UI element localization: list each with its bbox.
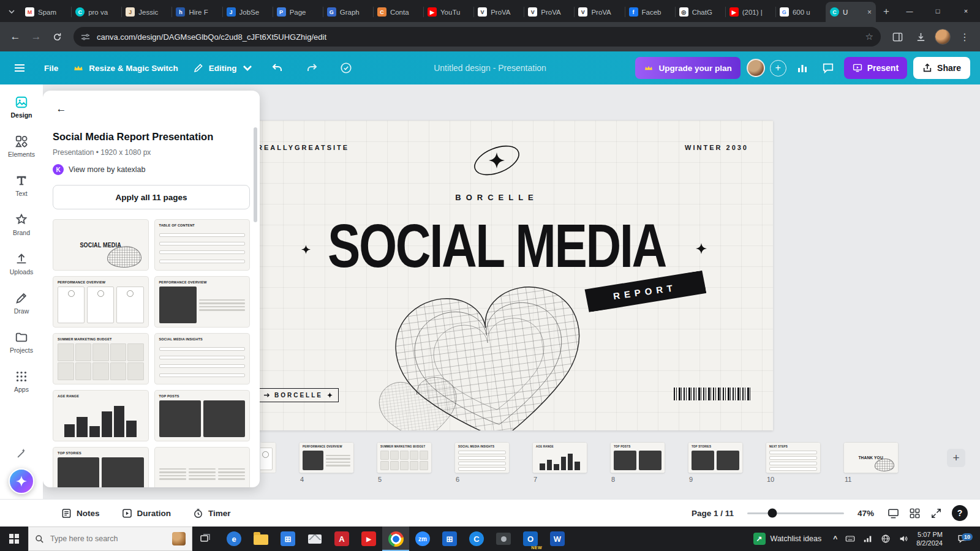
zoom-slider[interactable] xyxy=(747,512,844,514)
template-thumbnail[interactable]: TOP STORIES xyxy=(53,447,149,487)
file-explorer-app[interactable] xyxy=(247,527,274,551)
sidebar-item-projects[interactable]: Projects xyxy=(2,323,41,361)
acrobat-app[interactable]: A xyxy=(328,527,355,551)
side-panel-icon[interactable] xyxy=(888,28,907,46)
browser-tab[interactable]: ▶YouTu xyxy=(423,2,473,22)
help-button[interactable]: ? xyxy=(952,505,968,521)
browser-tab[interactable]: ◎ChatG xyxy=(675,2,725,22)
editing-mode-selector[interactable]: Editing xyxy=(193,62,253,73)
comments-button[interactable] xyxy=(818,58,838,78)
browser-tab[interactable]: GGraph xyxy=(323,2,373,22)
template-thumbnail[interactable]: SOCIAL MEDIA INSIGHTS xyxy=(154,333,251,384)
word-app[interactable]: W xyxy=(544,527,571,551)
calendar-app[interactable]: ⊞ xyxy=(436,527,463,551)
page-thumbnail[interactable]: PERFORMANCE OVERVIEW4 xyxy=(299,442,354,483)
volume-icon[interactable] xyxy=(899,534,908,544)
panel-back-button[interactable]: ← xyxy=(53,100,70,118)
grid-view-icon[interactable] xyxy=(909,508,921,519)
account-avatar[interactable] xyxy=(747,59,765,77)
panel-scrollbar[interactable] xyxy=(254,127,257,480)
page-thumbnail[interactable]: NEXT STEPS10 xyxy=(766,442,821,483)
page-thumbnail[interactable] xyxy=(260,442,276,473)
notes-button[interactable]: Notes xyxy=(61,508,100,519)
hidden-icons-chevron[interactable]: ^ xyxy=(833,534,837,543)
downloads-icon[interactable] xyxy=(911,28,930,46)
redo-button[interactable] xyxy=(302,58,322,78)
browser-menu-icon[interactable]: ⋮ xyxy=(956,28,974,46)
duration-button[interactable]: Duration xyxy=(122,508,172,519)
language-globe-icon[interactable] xyxy=(881,534,891,544)
news-widget[interactable]: ↗ Watchlist ideas xyxy=(750,533,826,545)
minimize-button[interactable]: — xyxy=(895,0,924,22)
store-app[interactable]: ⊞ xyxy=(274,527,301,551)
sidebar-item-elements[interactable]: Elements xyxy=(2,127,41,165)
can-assistant-button[interactable] xyxy=(9,468,34,494)
file-menu[interactable]: File xyxy=(44,64,58,73)
hamburger-menu-icon[interactable] xyxy=(10,58,29,78)
search-input[interactable] xyxy=(49,534,167,544)
page-thumbnail[interactable]: AGE RANGE7 xyxy=(532,442,587,483)
outlook-app[interactable]: ONEW xyxy=(517,527,544,551)
task-view-button[interactable] xyxy=(192,527,218,551)
new-tab-button[interactable]: + xyxy=(878,4,894,20)
browser-tab[interactable]: CU× xyxy=(826,2,876,22)
browser-tab[interactable]: MSpam xyxy=(21,2,71,22)
resize-magic-switch-button[interactable]: Resize & Magic Switch xyxy=(73,62,178,73)
present-button[interactable]: Present xyxy=(844,57,907,79)
maximize-button[interactable]: □ xyxy=(924,0,952,22)
browser-tab[interactable]: PPage xyxy=(273,2,323,22)
browser-tab[interactable]: VProVA xyxy=(524,2,574,22)
template-thumbnail[interactable] xyxy=(154,447,251,487)
snip-app[interactable] xyxy=(490,527,517,551)
taskbar-search[interactable] xyxy=(28,527,192,551)
browser-tab[interactable]: JJobSe xyxy=(222,2,273,22)
page-thumbnail[interactable]: THANK YOU11 xyxy=(843,442,899,483)
timer-button[interactable]: Timer xyxy=(193,508,231,519)
template-thumbnail[interactable]: SOCIAL MEDIA xyxy=(53,219,149,271)
close-button[interactable]: × xyxy=(952,0,980,22)
apply-all-pages-button[interactable]: Apply all 11 pages xyxy=(53,185,250,209)
fullscreen-icon[interactable] xyxy=(930,508,942,519)
template-thumbnail[interactable]: TABLE OF CONTENT xyxy=(154,219,251,271)
design-page[interactable]: REALLYGREATSITE WINTER 2030 BORCELLE SOC… xyxy=(221,121,773,430)
site-info-icon[interactable] xyxy=(81,32,90,42)
browser-tab[interactable]: JJessic xyxy=(121,2,172,22)
presentation-view-icon[interactable] xyxy=(888,508,899,519)
zoom-slider-handle[interactable] xyxy=(768,509,777,518)
template-thumbnail[interactable]: PERFORMANCE OVERVIEW xyxy=(154,276,251,328)
page-thumbnail[interactable]: TOP STORIES9 xyxy=(688,442,743,483)
profile-avatar[interactable] xyxy=(935,29,951,45)
url-input[interactable] xyxy=(96,32,860,42)
zoom-level[interactable]: 47% xyxy=(858,509,874,518)
page-top-left-text[interactable]: REALLYGREATSITE xyxy=(257,144,349,151)
share-button[interactable]: Share xyxy=(913,57,970,79)
author-link[interactable]: View more by katexlab xyxy=(69,165,146,174)
browser-tab[interactable]: ▶(201) | xyxy=(725,2,775,22)
logo-mark[interactable] xyxy=(469,141,525,179)
browser-tab[interactable]: fFaceb xyxy=(625,2,675,22)
page-thumbnail[interactable]: SOCIAL MEDIA INSIGHTS6 xyxy=(454,442,510,483)
undo-button[interactable] xyxy=(268,58,287,78)
insights-button[interactable] xyxy=(793,58,812,78)
brand-text[interactable]: BORCELLE xyxy=(221,193,773,202)
browser-tab[interactable]: CConta xyxy=(373,2,423,22)
mail-app[interactable] xyxy=(301,527,328,551)
forward-button[interactable]: → xyxy=(27,28,45,46)
browser-tab[interactable]: VProVA xyxy=(473,2,524,22)
network-icon[interactable] xyxy=(863,534,873,544)
youtube-app[interactable]: ▶ xyxy=(355,527,382,551)
footer-brand-tag[interactable]: BORCELLE xyxy=(257,388,339,402)
template-thumbnail[interactable]: TOP POSTS xyxy=(154,390,251,441)
add-page-button[interactable]: + xyxy=(947,449,965,467)
sidebar-item-draw[interactable]: Draw xyxy=(2,284,41,322)
browser-tab[interactable]: Cpro va xyxy=(71,2,121,22)
browser-tab[interactable]: hHire F xyxy=(172,2,222,22)
sidebar-item-text[interactable]: Text xyxy=(2,167,41,204)
chrome-app[interactable] xyxy=(382,527,409,551)
page-thumbnail[interactable]: TOP POSTS8 xyxy=(610,442,665,483)
taskbar-clock[interactable]: 5:07 PM 8/2/2024 xyxy=(916,530,943,548)
omnibox[interactable]: ☆ xyxy=(74,27,881,47)
page-thumbnail[interactable]: SUMMER MARKETING BUDGET5 xyxy=(377,442,432,483)
template-author-row[interactable]: K View more by katexlab xyxy=(53,164,250,175)
tab-close-icon[interactable]: × xyxy=(867,8,872,17)
